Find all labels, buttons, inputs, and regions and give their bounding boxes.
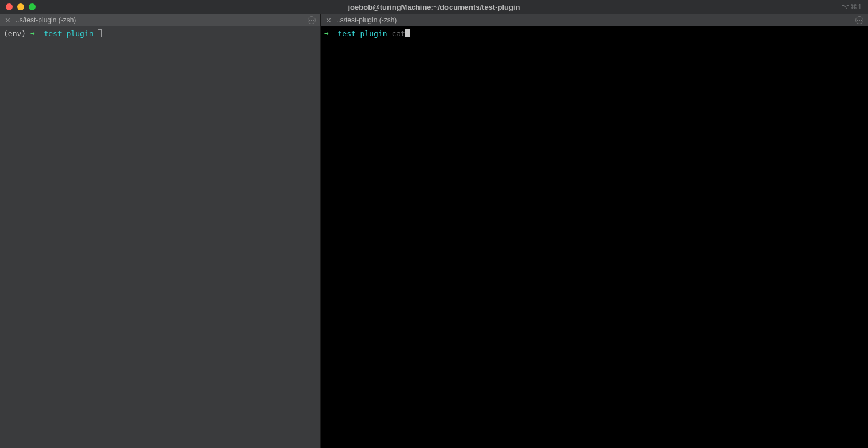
terminal-pane-right[interactable]: ✕ ..s/test-plugin (-zsh) ⋯ ➜ test-plugin… [320, 14, 868, 448]
minimize-window-button[interactable] [17, 3, 24, 10]
window-shortcut-indicator: ⌥⌘1 [842, 3, 868, 11]
traffic-lights [0, 3, 36, 10]
tab-title[interactable]: ..s/test-plugin (-zsh) [336, 16, 397, 24]
tab-menu-icon[interactable]: ⋯ [308, 16, 316, 24]
prompt-env: (env) [3, 29, 26, 38]
close-window-button[interactable] [6, 3, 13, 10]
terminal-body-left[interactable]: (env) ➜ test-plugin [0, 26, 320, 448]
prompt-cwd: test-plugin [337, 29, 387, 38]
close-tab-icon[interactable]: ✕ [325, 17, 332, 24]
cursor-inactive [98, 29, 102, 37]
prompt-cwd: test-plugin [44, 29, 93, 38]
tab-menu-icon[interactable]: ⋯ [855, 16, 863, 24]
terminal-body-right[interactable]: ➜ test-plugin cat [321, 26, 868, 448]
prompt-arrow-icon: ➜ [30, 29, 35, 38]
split-panes: ✕ ..s/test-plugin (-zsh) ⋯ (env) ➜ test-… [0, 14, 868, 448]
prompt-arrow-icon: ➜ [324, 29, 329, 38]
terminal-pane-left[interactable]: ✕ ..s/test-plugin (-zsh) ⋯ (env) ➜ test-… [0, 14, 320, 448]
close-tab-icon[interactable]: ✕ [5, 17, 11, 24]
tab-title[interactable]: ..s/test-plugin (-zsh) [16, 16, 76, 24]
tab-bar-right: ✕ ..s/test-plugin (-zsh) ⋯ [321, 14, 868, 26]
window-titlebar: joebob@turingMachine:~/documents/test-pl… [0, 0, 868, 14]
cursor-active [405, 29, 410, 37]
tab-bar-left: ✕ ..s/test-plugin (-zsh) ⋯ [0, 14, 320, 26]
prompt-command: cat [391, 29, 405, 38]
maximize-window-button[interactable] [29, 3, 36, 10]
window-title: joebob@turingMachine:~/documents/test-pl… [0, 3, 868, 11]
